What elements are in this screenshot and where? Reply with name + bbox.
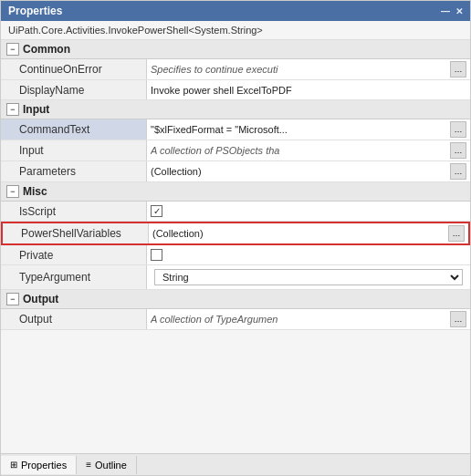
row-parameters: Parameters (Collection) … (1, 161, 470, 182)
row-powershellvariables: PowerShellVariables (Collection) … (1, 222, 470, 245)
prop-name-output: Output (1, 309, 147, 329)
properties-panel: Properties — ✕ UiPath.Core.Activities.In… (0, 0, 471, 476)
ellipsis-parameters[interactable]: … (450, 163, 466, 180)
header-icons: — ✕ (441, 6, 463, 16)
dropdown-typeargument-container: String Int32 Boolean Object (151, 267, 466, 287)
prop-name-input: Input (1, 140, 147, 160)
prop-text-output: A collection of TypeArgumen (151, 314, 448, 325)
row-output: Output A collection of TypeArgumen … (1, 309, 470, 330)
panel-subtitle: UiPath.Core.Activities.InvokePowerShell<… (1, 21, 470, 40)
prop-value-powershellvariables[interactable]: (Collection) … (149, 223, 468, 243)
section-output[interactable]: − Output (1, 290, 470, 309)
prop-value-output[interactable]: A collection of TypeArgumen … (147, 309, 470, 329)
prop-value-parameters[interactable]: (Collection) … (147, 161, 470, 181)
outline-tab-icon: ≡ (86, 460, 91, 470)
prop-value-typeargument[interactable]: String Int32 Boolean Object (147, 265, 470, 289)
prop-name-private: Private (1, 245, 147, 264)
section-label-input: Input (23, 103, 49, 116)
ellipsis-commandtext[interactable]: … (450, 121, 466, 138)
dropdown-typeargument[interactable]: String Int32 Boolean Object (154, 269, 463, 285)
prop-text-powershellvariables: (Collection) (152, 228, 446, 239)
checkbox-isscript[interactable] (151, 205, 162, 217)
panel-header: Properties — ✕ (1, 1, 470, 21)
row-commandtext: CommandText "$xlFixedFormat = "Microsoft… (1, 119, 470, 140)
section-misc[interactable]: − Misc (1, 182, 470, 202)
section-toggle-misc[interactable]: − (6, 185, 19, 198)
properties-tab-label: Properties (21, 460, 67, 471)
section-toggle-input[interactable]: − (6, 103, 19, 116)
prop-value-displayname[interactable]: Invoke power shell ExcelToPDF (147, 80, 470, 99)
prop-name-continueonerror: ContinueOnError (1, 59, 147, 79)
footer-tab-outline[interactable]: ≡ Outline (77, 456, 137, 474)
row-input: Input A collection of PSObjects tha … (1, 140, 470, 161)
prop-text-commandtext: "$xlFixedFormat = "Microsoft... (151, 124, 448, 135)
ellipsis-output[interactable]: … (450, 311, 466, 327)
prop-text-input: A collection of PSObjects tha (151, 145, 448, 156)
panel-title: Properties (8, 5, 62, 17)
prop-text-displayname: Invoke power shell ExcelToPDF (151, 85, 466, 96)
prop-value-isscript[interactable] (147, 202, 470, 221)
prop-name-powershellvariables: PowerShellVariables (3, 223, 149, 243)
prop-value-private[interactable] (147, 245, 470, 264)
section-toggle-output[interactable]: − (6, 293, 19, 305)
prop-name-commandtext: CommandText (1, 119, 147, 140)
prop-text-parameters: (Collection) (151, 166, 448, 177)
section-label-common: Common (23, 43, 70, 56)
checkbox-private[interactable] (151, 249, 162, 261)
row-displayname: DisplayName Invoke power shell ExcelToPD… (1, 80, 470, 100)
prop-name-displayname: DisplayName (1, 80, 147, 99)
prop-name-parameters: Parameters (1, 161, 147, 181)
properties-table: − Common ContinueOnError Specifies to co… (1, 40, 470, 453)
row-private: Private (1, 245, 470, 265)
footer-tab-properties[interactable]: ⊞ Properties (1, 456, 77, 474)
section-input[interactable]: − Input (1, 100, 470, 119)
prop-value-continueonerror[interactable]: Specifies to continue executi … (147, 59, 470, 79)
section-toggle-common[interactable]: − (6, 43, 19, 56)
row-typeargument: TypeArgument String Int32 Boolean Object (1, 265, 470, 290)
row-continueonerror: ContinueOnError Specifies to continue ex… (1, 59, 470, 80)
section-common[interactable]: − Common (1, 40, 470, 59)
ellipsis-input[interactable]: … (450, 142, 466, 159)
prop-name-isscript: IsScript (1, 202, 147, 221)
outline-tab-label: Outline (95, 460, 127, 471)
panel-footer: ⊞ Properties ≡ Outline (1, 453, 470, 475)
section-label-misc: Misc (23, 185, 47, 198)
prop-value-commandtext[interactable]: "$xlFixedFormat = "Microsoft... … (147, 119, 470, 140)
properties-tab-icon: ⊞ (10, 460, 17, 470)
prop-name-typeargument: TypeArgument (1, 265, 147, 289)
row-isscript: IsScript (1, 202, 470, 222)
prop-text-continueonerror: Specifies to continue executi (151, 64, 448, 75)
ellipsis-powershellvariables[interactable]: … (448, 225, 465, 242)
pin-icon[interactable]: — (441, 6, 450, 16)
ellipsis-continueonerror[interactable]: … (450, 61, 466, 78)
close-icon[interactable]: ✕ (455, 6, 463, 16)
prop-value-input[interactable]: A collection of PSObjects tha … (147, 140, 470, 160)
section-label-output: Output (23, 293, 58, 305)
